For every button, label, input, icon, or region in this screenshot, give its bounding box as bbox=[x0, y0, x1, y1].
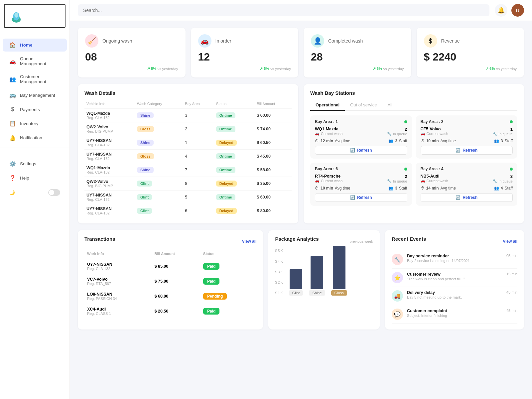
bar-group-glint: Glint bbox=[289, 269, 303, 296]
event-title: Delivery delay bbox=[407, 290, 502, 295]
notification-button[interactable]: 🔔 bbox=[495, 4, 507, 17]
event-content: Bay service reminder Bay 2 service is co… bbox=[407, 254, 502, 263]
tab-operational[interactable]: Operational bbox=[310, 100, 345, 111]
pkg-period: previous week bbox=[350, 239, 373, 243]
bay-queue-count: 2 bbox=[387, 127, 407, 132]
bay-queue-info: 2 🔧 In queue bbox=[387, 127, 407, 136]
refresh-button[interactable]: 🔄 Refresh bbox=[421, 146, 513, 155]
avatar[interactable]: U bbox=[511, 4, 524, 17]
wash-details-title: Wash Details bbox=[84, 90, 292, 96]
chart-container: $ 5 K $ 4 K $ 3 K $ 2 K $ 1 K Glint bbox=[275, 249, 373, 298]
transactions-view-all[interactable]: View all bbox=[242, 239, 257, 244]
bay-vehicle-name: CF5-Volvo bbox=[421, 127, 448, 131]
staff-icon: 👥 bbox=[494, 139, 499, 143]
revenue-pct: ↗ 6% bbox=[485, 66, 495, 71]
avg-time-val: 12 min bbox=[321, 139, 333, 143]
refresh-icon: 🔄 bbox=[456, 195, 461, 200]
tab-all[interactable]: All bbox=[382, 100, 397, 111]
dark-mode-toggle[interactable] bbox=[48, 189, 60, 196]
stat-card-completed: 👤 Completed wash 28 ↗ 6% vs yesterday bbox=[304, 28, 411, 77]
refresh-button[interactable]: 🔄 Refresh bbox=[315, 193, 407, 202]
staff-label: Staff bbox=[399, 186, 407, 191]
help-icon: ❓ bbox=[9, 175, 16, 181]
category-cell: Glint bbox=[135, 191, 183, 204]
ongoing-value: 08 bbox=[85, 51, 178, 63]
refresh-button[interactable]: 🔄 Refresh bbox=[421, 193, 513, 202]
col-amount: Bill Amount bbox=[255, 100, 292, 109]
table-row: QW2-Volvo Reg. BIG PUMP Gloss 2 Ontime $… bbox=[84, 122, 292, 136]
sidebar-item-queue[interactable]: 🚗 Queue Management bbox=[3, 53, 67, 69]
y-label: $ 1 K bbox=[275, 291, 283, 295]
sidebar-item-bay[interactable]: 🚌 Bay Management bbox=[3, 89, 67, 102]
bay-queue-count: 2 bbox=[387, 174, 407, 179]
sidebar-item-customer[interactable]: 👥 Customer Management bbox=[3, 71, 67, 87]
bay-vehicle-row: RT4-Porsche 🚗 Current wash 2 🔧 In queue bbox=[315, 174, 407, 183]
table-row: VC7-Volvo Reg. RTA_567 $ 75.00 Paid bbox=[85, 274, 256, 288]
completed-footer: ↗ 6% vs yesterday bbox=[311, 66, 404, 71]
event-icon: ⭐ bbox=[392, 272, 403, 283]
refresh-icon: 🔄 bbox=[456, 148, 461, 153]
txn-col-status: Status bbox=[201, 250, 256, 258]
table-row: XC4-Audi Reg. CLASS 1 $ 20.50 Paid bbox=[85, 304, 256, 318]
search-input[interactable] bbox=[78, 4, 489, 16]
bay-cell: 6 bbox=[183, 204, 214, 218]
txn-vehicle-cell: LO8-NISSAN Reg. PASSION 34 bbox=[85, 289, 152, 303]
bay-avg-time: ⏱ 10 min Avg time bbox=[315, 186, 350, 191]
sidebar-item-inventory[interactable]: 📋 Inventory bbox=[3, 117, 67, 130]
bar-shine bbox=[311, 256, 323, 289]
staff-val: 3 bbox=[395, 186, 397, 191]
bay-staff: 👥 3 Staff bbox=[388, 139, 407, 143]
stat-card-ongoing: 🧹 Ongoing wash 08 ↗ 6% vs yesterday bbox=[78, 28, 186, 77]
dark-mode-row: 🌙 bbox=[3, 186, 67, 199]
status-cell: Delayed bbox=[214, 136, 255, 150]
bay-area-label: Bay Area : 2 bbox=[421, 119, 444, 124]
refresh-icon: 🔄 bbox=[350, 148, 355, 153]
sidebar-item-payments[interactable]: $ Payments bbox=[3, 103, 67, 116]
bay-vehicle-sub: 🚗 Current wash bbox=[421, 179, 448, 183]
recent-events-view-all[interactable]: View all bbox=[503, 239, 517, 244]
bay-status-dot bbox=[404, 168, 407, 171]
txn-vehicle-cell: UY7-NISSAN Reg. CLA-132 bbox=[85, 259, 152, 273]
avg-time-label: Avg time bbox=[441, 186, 456, 191]
category-cell: Gloss bbox=[135, 122, 183, 136]
bay-staff: 👥 3 Staff bbox=[494, 139, 513, 143]
main: 🔔 U 🧹 Ongoing wash 08 ↗ 6% vs yesterday bbox=[70, 0, 532, 399]
vehicle-cell: UY7-NISSAN Reg. CLA-132 bbox=[84, 136, 135, 150]
customer-icon: 👥 bbox=[9, 76, 16, 82]
car-icon: 🚗 bbox=[421, 179, 425, 183]
sidebar-item-notification[interactable]: 🔔 Notification bbox=[3, 131, 67, 144]
tab-out-of-service[interactable]: Out of service bbox=[345, 100, 382, 111]
car-icon: 🚗 bbox=[421, 131, 425, 136]
refresh-button[interactable]: 🔄 Refresh bbox=[315, 146, 407, 155]
bay-vehicle-sub: 🚗 Current wash bbox=[315, 131, 342, 136]
topbar: 🔔 U bbox=[70, 0, 532, 21]
bay-card: Bay Area : 4 NB5-Audi 🚗 Current wash 3 🔧… bbox=[416, 163, 518, 206]
event-title: Bay service reminder bbox=[407, 254, 502, 258]
ongoing-vs: vs yesterday bbox=[158, 67, 178, 71]
chart-y-labels: $ 5 K $ 4 K $ 3 K $ 2 K $ 1 K bbox=[275, 249, 283, 296]
staff-val: 3 bbox=[501, 139, 503, 143]
revenue-vs: vs yesterday bbox=[496, 67, 517, 71]
logo-icon bbox=[10, 11, 23, 23]
col-category: Wash Category bbox=[135, 100, 183, 109]
bay-card: Bay Area : 2 CF5-Volvo 🚗 Current wash 1 … bbox=[416, 115, 518, 159]
support-label bbox=[0, 151, 69, 157]
sidebar-item-home[interactable]: 🏠 Home bbox=[3, 39, 67, 52]
sidebar-item-settings[interactable]: ⚙️ Settings bbox=[3, 157, 67, 170]
event-desc: Bay 5 not meeting up to the mark. bbox=[407, 295, 502, 299]
settings-icon: ⚙️ bbox=[9, 161, 16, 167]
staff-val: 4 bbox=[501, 186, 503, 191]
ongoing-footer: ↗ 6% vs yesterday bbox=[85, 66, 178, 71]
menu-label bbox=[0, 32, 69, 38]
middle-row: Wash Details Vehicle Info Wash Category … bbox=[78, 84, 524, 223]
category-cell: Gloss bbox=[135, 150, 183, 163]
bay-icon: 🚌 bbox=[9, 92, 16, 98]
sidebar-item-help[interactable]: ❓ Help bbox=[3, 172, 67, 185]
completed-label: Completed wash bbox=[328, 38, 363, 44]
queue-icon: 🔧 bbox=[387, 179, 392, 183]
bay-cell: 7 bbox=[183, 163, 214, 177]
home-icon: 🏠 bbox=[9, 42, 16, 48]
bay-stats: ⏱ 10 min Avg time 👥 3 Staff bbox=[421, 139, 513, 143]
event-item: 🔧 Bay service reminder Bay 2 service is … bbox=[392, 250, 517, 269]
queue-icon: 🔧 bbox=[492, 179, 497, 183]
